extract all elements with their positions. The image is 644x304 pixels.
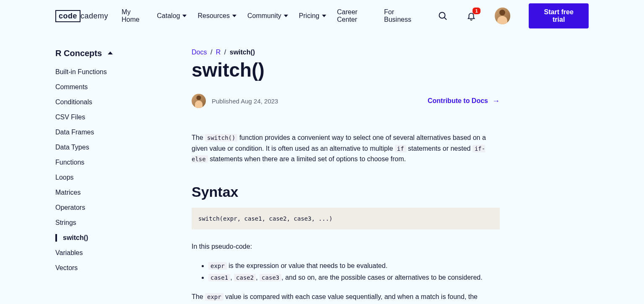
caret-down-icon — [322, 15, 326, 17]
list-item: case1, case2, case3, and so on, are the … — [208, 272, 500, 283]
contribute-link[interactable]: Contribute to Docs → — [428, 97, 500, 106]
inline-code: expr — [208, 262, 227, 270]
header: codecademy My Home Catalog Resources Com… — [0, 0, 644, 32]
sidebar-item[interactable]: Variables — [55, 249, 137, 257]
breadcrumb-current: switch() — [230, 49, 255, 56]
start-free-trial-button[interactable]: Start free trial — [529, 3, 589, 28]
nav-for-business[interactable]: For Business — [384, 8, 417, 23]
nav-resources[interactable]: Resources — [197, 12, 236, 20]
intro-paragraph: The switch() function provides a conveni… — [192, 132, 500, 165]
author: Published Aug 24, 2023 — [192, 94, 278, 108]
syntax-code-block: switch(expr, case1, case2, case3, ...) — [192, 208, 500, 229]
caret-down-icon — [284, 15, 288, 17]
nav-catalog[interactable]: Catalog — [157, 12, 187, 20]
sidebar-item[interactable]: Data Frames — [55, 129, 137, 136]
sidebar-item[interactable]: Comments — [55, 83, 137, 91]
nav-community[interactable]: Community — [247, 12, 288, 20]
logo-box: code — [55, 10, 80, 22]
breadcrumb-sep: / — [210, 49, 212, 56]
inline-code: case1 — [208, 274, 230, 281]
pseudo-list: expr is the expression or value that nee… — [192, 260, 500, 283]
sidebar-item[interactable]: switch() — [55, 234, 137, 242]
contribute-label: Contribute to Docs — [428, 97, 488, 105]
sidebar-item[interactable]: Matrices — [55, 189, 137, 196]
chevron-up-icon — [108, 52, 113, 54]
nav-pricing[interactable]: Pricing — [299, 12, 326, 20]
nav: My Home Catalog Resources Community Pric… — [122, 8, 417, 23]
author-avatar[interactable] — [192, 94, 206, 108]
notification-badge: 1 — [473, 8, 480, 14]
syntax-heading: Syntax — [192, 184, 500, 200]
sidebar-item[interactable]: Built-in Functions — [55, 68, 137, 76]
inline-code: case3 — [260, 274, 281, 281]
sidebar-item[interactable]: Conditionals — [55, 98, 137, 106]
sidebar-item[interactable]: Operators — [55, 204, 137, 211]
logo-rest: cademy — [80, 12, 108, 21]
sidebar-item[interactable]: Strings — [55, 219, 137, 227]
svg-point-0 — [439, 13, 445, 18]
sidebar-title[interactable]: R Concepts — [55, 49, 137, 58]
inline-code: case2 — [234, 274, 256, 281]
page-title: switch() — [192, 59, 500, 81]
arrow-right-icon: → — [492, 97, 500, 106]
sidebar-title-label: R Concepts — [55, 49, 102, 58]
meta-row: Published Aug 24, 2023 Contribute to Doc… — [192, 94, 500, 108]
inline-code: switch() — [205, 134, 237, 142]
sidebar-list: Built-in FunctionsCommentsConditionalsCS… — [55, 68, 137, 272]
nav-career-center[interactable]: Career Center — [337, 8, 373, 23]
caret-down-icon — [182, 15, 187, 17]
svg-line-1 — [444, 18, 447, 20]
breadcrumb: Docs / R / switch() — [192, 49, 500, 56]
breadcrumb-docs[interactable]: Docs — [192, 49, 207, 56]
search-icon[interactable] — [438, 11, 448, 21]
published-date: Published Aug 24, 2023 — [212, 98, 278, 105]
inline-code: expr — [205, 293, 223, 301]
sidebar-item[interactable]: Vectors — [55, 264, 137, 272]
sidebar: R Concepts Built-in FunctionsCommentsCon… — [55, 49, 137, 304]
caret-down-icon — [232, 15, 236, 17]
nav-my-home[interactable]: My Home — [122, 8, 146, 23]
list-item: expr is the expression or value that nee… — [208, 260, 500, 271]
pseudo-intro: In this pseudo-code: — [192, 241, 500, 252]
outro-paragraph: The expr value is compared with each cas… — [192, 291, 500, 304]
breadcrumb-r[interactable]: R — [216, 49, 221, 56]
sidebar-item[interactable]: CSV Files — [55, 113, 137, 121]
inline-code: if — [395, 145, 406, 152]
content: Docs / R / switch() switch() Published A… — [192, 49, 500, 304]
logo[interactable]: codecademy — [55, 10, 108, 22]
notifications-button[interactable]: 1 — [466, 11, 476, 21]
sidebar-item[interactable]: Data Types — [55, 144, 137, 151]
sidebar-item[interactable]: Functions — [55, 159, 137, 166]
avatar[interactable] — [495, 8, 511, 24]
sidebar-item[interactable]: Loops — [55, 174, 137, 181]
breadcrumb-sep: / — [224, 49, 226, 56]
